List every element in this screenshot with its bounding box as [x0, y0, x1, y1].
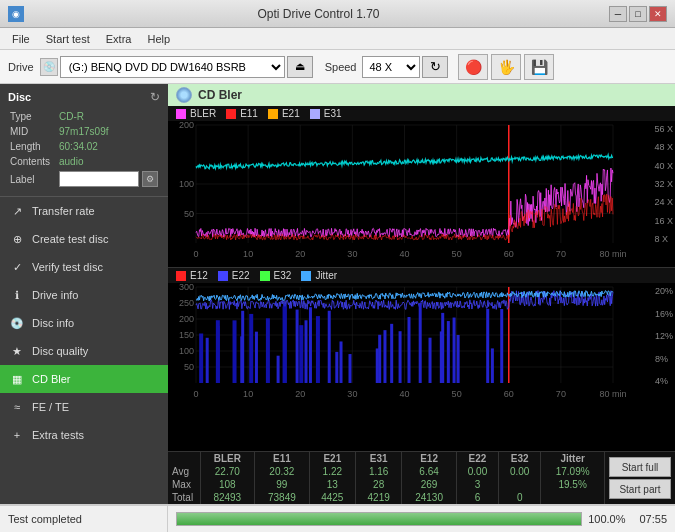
- action-btn-2[interactable]: 🖐: [491, 54, 521, 80]
- close-button[interactable]: ✕: [649, 6, 667, 22]
- stats-total-jitter: [541, 491, 605, 504]
- chart2-container: E12 E22 E32 Jitter 20%16%12%8%4%: [168, 268, 675, 451]
- stats-max-e11: 99: [255, 478, 310, 491]
- status-progress-area: 100.0% 07:55: [168, 512, 675, 526]
- stats-max-bler: 108: [200, 478, 255, 491]
- disc-panel-title: Disc: [8, 91, 31, 103]
- stats-avg-label: Avg: [168, 465, 200, 478]
- sidebar: Disc ↻ Type CD-R MID 97m17s09f Length 60…: [0, 84, 168, 504]
- stats-col-e22: E22: [456, 452, 498, 465]
- stats-total-e21: 4425: [309, 491, 355, 504]
- stats-avg-e32: 0.00: [499, 465, 541, 478]
- disc-label-gear-button[interactable]: ⚙: [142, 171, 158, 187]
- menu-start-test[interactable]: Start test: [38, 31, 98, 47]
- disc-mid-label: MID: [10, 125, 57, 138]
- drive-icon: 💿: [40, 58, 58, 76]
- stats-col-label: [168, 452, 200, 465]
- disc-contents-label: Contents: [10, 155, 57, 168]
- stats-avg-bler: 22.70: [200, 465, 255, 478]
- legend-e11: E11: [226, 108, 258, 119]
- content-area: CD Bler BLER E11 E21 E3: [168, 84, 675, 504]
- stats-col-e11: E11: [255, 452, 310, 465]
- disc-panel: Disc ↻ Type CD-R MID 97m17s09f Length 60…: [0, 84, 168, 197]
- create-test-disc-icon: ⊕: [10, 232, 24, 246]
- disc-length-value: 60:34.02: [59, 140, 158, 153]
- titlebar: ◉ Opti Drive Control 1.70 ─ □ ✕: [0, 0, 675, 28]
- drive-label: Drive: [8, 61, 34, 73]
- speed-select[interactable]: 48 X: [362, 56, 420, 78]
- stats-max-e31: 28: [355, 478, 401, 491]
- action-btn-1[interactable]: 🔴: [458, 54, 488, 80]
- statusbar: Test completed 100.0% 07:55: [0, 504, 675, 532]
- disc-refresh-icon[interactable]: ↻: [150, 90, 160, 104]
- stats-total-e22: 6: [456, 491, 498, 504]
- stats-avg-jitter: 17.09%: [541, 465, 605, 478]
- speed-refresh-button[interactable]: ↻: [422, 56, 448, 78]
- chart2-legend: E12 E22 E32 Jitter: [168, 268, 675, 283]
- stats-max-e12: 269: [402, 478, 457, 491]
- sidebar-item-drive-info[interactable]: ℹ Drive info: [0, 281, 168, 309]
- legend-e32: E32: [260, 270, 292, 281]
- fe-te-icon: ≈: [10, 400, 24, 414]
- disc-type-value: CD-R: [59, 110, 158, 123]
- progress-bar-fill: [177, 513, 581, 525]
- maximize-button[interactable]: □: [629, 6, 647, 22]
- stats-col-jitter: Jitter: [541, 452, 605, 465]
- start-full-button[interactable]: Start full: [609, 457, 671, 477]
- stats-max-jitter: 19.5%: [541, 478, 605, 491]
- chart2-y2-axis: 20%16%12%8%4%: [655, 286, 673, 386]
- legend-bler: BLER: [176, 108, 216, 119]
- status-window-link[interactable]: Test completed: [8, 513, 82, 525]
- sidebar-item-transfer-rate[interactable]: ↗ Transfer rate: [0, 197, 168, 225]
- sidebar-item-disc-quality[interactable]: ★ Disc quality: [0, 337, 168, 365]
- eject-button[interactable]: ⏏: [287, 56, 313, 78]
- cdbler-title: CD Bler: [198, 88, 242, 102]
- legend-e12: E12: [176, 270, 208, 281]
- minimize-button[interactable]: ─: [609, 6, 627, 22]
- speed-label: Speed: [325, 61, 357, 73]
- start-part-button[interactable]: Start part: [609, 479, 671, 499]
- sidebar-item-fe-te[interactable]: ≈ FE / TE: [0, 393, 168, 421]
- window-controls: ─ □ ✕: [609, 6, 667, 22]
- menu-extra[interactable]: Extra: [98, 31, 140, 47]
- cdbler-disc-icon: [176, 87, 192, 103]
- disc-contents-value: audio: [59, 155, 158, 168]
- verify-test-disc-icon: ✓: [10, 260, 24, 274]
- disc-length-label: Length: [10, 140, 57, 153]
- disc-mid-value: 97m17s09f: [59, 125, 158, 138]
- stats-total-e32: 0: [499, 491, 541, 504]
- legend-e21: E21: [268, 108, 300, 119]
- stats-max-row: Max 108 99 13 28 269 3 19.5%: [168, 478, 605, 491]
- stats-avg-e22: 0.00: [456, 465, 498, 478]
- drivebar: Drive 💿 (G:) BENQ DVD DD DW1640 BSRB ⏏ S…: [0, 50, 675, 84]
- chart2-canvas: [168, 283, 643, 401]
- stats-total-bler: 82493: [200, 491, 255, 504]
- drive-select[interactable]: (G:) BENQ DVD DD DW1640 BSRB: [60, 56, 285, 78]
- stats-avg-e31: 1.16: [355, 465, 401, 478]
- sidebar-item-extra-tests[interactable]: + Extra tests: [0, 421, 168, 449]
- progress-percent: 100.0%: [588, 513, 625, 525]
- disc-type-label: Type: [10, 110, 57, 123]
- stats-max-e32: [499, 478, 541, 491]
- menu-file[interactable]: File: [4, 31, 38, 47]
- stats-total-e11: 73849: [255, 491, 310, 504]
- chart1-y2-axis: 56 X48 X40 X32 X24 X16 X8 X: [654, 124, 673, 244]
- stats-total-label: Total: [168, 491, 200, 504]
- save-button[interactable]: 💾: [524, 54, 554, 80]
- stats-max-label: Max: [168, 478, 200, 491]
- drive-info-icon: ℹ: [10, 288, 24, 302]
- sidebar-item-verify-test-disc[interactable]: ✓ Verify test disc: [0, 253, 168, 281]
- main-area: Disc ↻ Type CD-R MID 97m17s09f Length 60…: [0, 84, 675, 504]
- cd-bler-icon: ▦: [10, 372, 24, 386]
- disc-label-input[interactable]: [59, 171, 139, 187]
- stats-total-e12: 24130: [402, 491, 457, 504]
- sidebar-item-create-test-disc[interactable]: ⊕ Create test disc: [0, 225, 168, 253]
- chart1-container: BLER E11 E21 E31 56 X48 X40 X32 X24 X1: [168, 106, 675, 268]
- sidebar-item-cd-bler[interactable]: ▦ CD Bler: [0, 365, 168, 393]
- sidebar-item-disc-info[interactable]: 💿 Disc info: [0, 309, 168, 337]
- status-text: Test completed: [8, 513, 82, 525]
- status-left: Test completed: [0, 506, 168, 532]
- menu-help[interactable]: Help: [139, 31, 178, 47]
- legend-jitter: Jitter: [301, 270, 337, 281]
- stats-col-e12: E12: [402, 452, 457, 465]
